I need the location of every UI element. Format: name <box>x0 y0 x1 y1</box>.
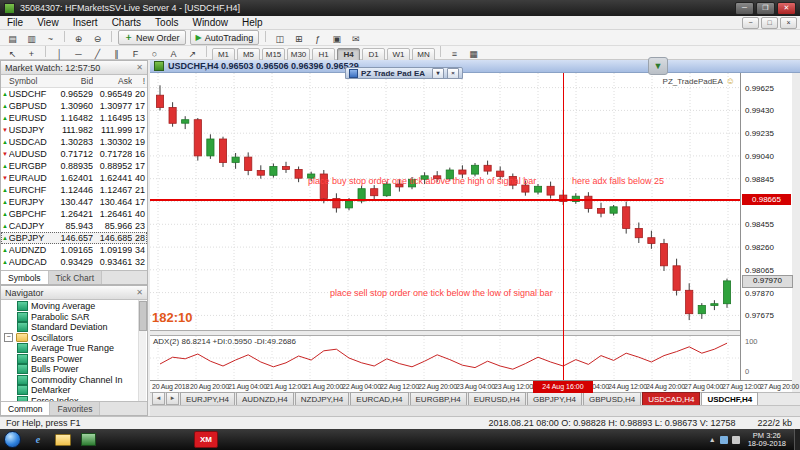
time-axis[interactable]: 20 Aug 201820 Aug 20:0021 Aug 04:0021 Au… <box>150 380 792 392</box>
market-watch-row[interactable]: ▲GBPJPY146.657146.68528 <box>1 232 147 244</box>
time-axis-label: 20 Aug 2018 <box>152 383 189 390</box>
panel-close-icon[interactable]: ✕ <box>136 63 143 72</box>
buy-annotation: place buy stop order one tick above the … <box>308 176 536 186</box>
navigator-item-bulls-power[interactable]: Bulls Power <box>1 364 147 375</box>
market-watch-row[interactable]: ▲CADJPY85.94385.96623 <box>1 220 147 232</box>
navigator-item-parabolic-sar[interactable]: Parabolic SAR <box>1 312 147 323</box>
market-watch-row[interactable]: ▲AUDNZD1.091651.0919934 <box>1 244 147 256</box>
scroll-to-end-button[interactable]: ▼ <box>648 57 668 75</box>
spread-cell: 16 <box>132 149 147 159</box>
price-axis[interactable]: 0.996250.994300.992350.990400.988450.986… <box>740 73 792 380</box>
market-watch-row[interactable]: ▲EURUSD1.164821.1649513 <box>1 112 147 124</box>
market-watch-row[interactable]: ▲EURCHF1.124461.1246721 <box>1 184 147 196</box>
chart-tab-eurgbp-h4[interactable]: EURGBP,H4 <box>410 392 467 405</box>
ea-status-label[interactable]: PZ_TradePadEA☺ <box>590 76 735 86</box>
chart-window-titlebar[interactable]: USDCHF,H4 0.96503 0.96506 0.96396 0.9652… <box>150 60 800 73</box>
ask-cell: 85.966 <box>93 221 132 231</box>
menu-insert[interactable]: Insert <box>66 17 105 28</box>
xm-app-icon[interactable]: XM <box>194 431 218 448</box>
market-watch-row[interactable]: ▼USDJPY111.982111.99917 <box>1 124 147 136</box>
chart-tab-gbpusd-h4[interactable]: GBPUSD,H4 <box>583 392 641 405</box>
minimize-button[interactable]: ─ <box>735 2 754 15</box>
tree-collapse-icon[interactable]: − <box>4 333 13 342</box>
bid-cell: 85.943 <box>50 221 93 231</box>
tab-tick-chart[interactable]: Tick Chart <box>49 271 102 284</box>
time-axis-label: 27 Aug 04:00 <box>684 383 723 390</box>
market-watch-row[interactable]: ▲EURJPY130.447130.46417 <box>1 196 147 208</box>
chart-tab-eurcad-h4[interactable]: EURCAD,H4 <box>350 392 408 405</box>
symbol-cell: AUDUSD <box>9 149 50 159</box>
child-restore-button[interactable]: □ <box>761 17 778 29</box>
tab-symbols[interactable]: Symbols <box>1 271 49 284</box>
column-header-symbol: Symbol <box>9 76 50 86</box>
crosshair-vline[interactable] <box>563 73 564 380</box>
navigator-scrollbar[interactable] <box>138 300 146 404</box>
chart-tab-usdchf-h4[interactable]: USDCHF,H4 <box>701 392 758 405</box>
navigator-item-demarker[interactable]: DeMarker <box>1 385 147 396</box>
tab-favorites[interactable]: Favorites <box>50 402 100 415</box>
market-watch-row[interactable]: ▲GBPCHF1.264211.2646140 <box>1 208 147 220</box>
spread-cell: 34 <box>132 245 147 255</box>
navigator-item-oscillators[interactable]: −Oscillators <box>1 333 147 344</box>
chart-tab-usdcad-h4[interactable]: USDCAD,H4 <box>642 392 700 405</box>
show-desktop-button[interactable] <box>794 429 800 450</box>
explorer-icon[interactable] <box>55 434 71 446</box>
navigator-item-label: Commodity Channel In <box>31 375 123 385</box>
symbol-cell: EURJPY <box>9 197 50 207</box>
stop-level-hline[interactable] <box>150 199 740 201</box>
menu-help[interactable]: Help <box>235 17 270 28</box>
tabs-scroll-left-icon[interactable]: ◂ <box>152 392 165 405</box>
chart-tab-audnzd-h4[interactable]: AUDNZD,H4 <box>236 392 294 405</box>
market-watch-row[interactable]: ▼EURAUD1.624011.6244140 <box>1 172 147 184</box>
trade-pad-window[interactable]: PZ Trade Pad EA ▾ × <box>345 67 463 79</box>
menu-window[interactable]: Window <box>185 17 235 28</box>
market-watch-row[interactable]: ▲GBPUSD1.309601.3097717 <box>1 100 147 112</box>
bid-cell: 130.447 <box>50 197 93 207</box>
ask-cell: 1.62441 <box>93 173 132 183</box>
up-arrow-icon: ▲ <box>1 136 9 148</box>
adx-indicator-pane[interactable]: ADX(2) 86.8214 +DI:0.5950 -DI:49.2686 <box>150 336 740 380</box>
child-minimize-button[interactable]: − <box>742 17 759 29</box>
market-watch-row[interactable]: ▲AUDCAD0.934290.9346132 <box>1 256 147 268</box>
start-button[interactable] <box>4 431 21 448</box>
restore-button[interactable]: ❐ <box>756 2 775 15</box>
navigator-item-standard-deviation[interactable]: Standard Deviation <box>1 322 147 333</box>
ask-cell: 1.09199 <box>93 245 132 255</box>
navigator-item-commodity-channel-in[interactable]: Commodity Channel In <box>1 375 147 386</box>
trade-pad-icon <box>349 69 358 78</box>
collapse-icon[interactable]: ▾ <box>432 68 444 79</box>
chart-tab-nzdjpy-h4[interactable]: NZDJPY,H4 <box>295 392 350 405</box>
market-watch-row[interactable]: ▲USDCAD1.302831.3030219 <box>1 136 147 148</box>
bid-cell: 1.16482 <box>50 113 93 123</box>
network-icon[interactable] <box>720 436 728 444</box>
navigator-item-bears-power[interactable]: Bears Power <box>1 354 147 365</box>
close-icon[interactable]: × <box>447 68 459 79</box>
ask-cell: 146.685 <box>93 233 132 243</box>
chart-tab-eurusd-h4[interactable]: EURUSD,H4 <box>468 392 526 405</box>
menu-tools[interactable]: Tools <box>148 17 185 28</box>
scrollbar-thumb[interactable] <box>139 301 147 331</box>
symbol-cell: EURAUD <box>9 173 50 183</box>
panel-close-icon[interactable]: ✕ <box>136 288 143 297</box>
tab-common[interactable]: Common <box>1 402 50 415</box>
market-watch-row[interactable]: ▼AUDUSD0.717120.7172816 <box>1 148 147 160</box>
menu-view[interactable]: View <box>30 17 66 28</box>
bid-cell: 1.30960 <box>50 101 93 111</box>
menu-file[interactable]: File <box>0 17 30 28</box>
menu-charts[interactable]: Charts <box>105 17 148 28</box>
bid-cell: 111.982 <box>50 125 93 135</box>
tabs-scroll-right-icon[interactable]: ▸ <box>166 392 179 405</box>
market-watch-row[interactable]: ▲EURGBP0.889350.8895217 <box>1 160 147 172</box>
chart-tab-eurjpy-h4[interactable]: EURJPY,H4 <box>180 392 235 405</box>
volume-icon[interactable] <box>732 436 740 444</box>
tray-expand-icon[interactable]: ▲ <box>709 436 716 443</box>
internet-explorer-icon[interactable]: e <box>30 433 46 447</box>
navigator-item-moving-average[interactable]: Moving Average <box>1 301 147 312</box>
market-watch-row[interactable]: ▲USDCHF0.965290.9654920 <box>1 88 147 100</box>
navigator-item-average-true-range[interactable]: Average True Range <box>1 343 147 354</box>
child-close-button[interactable]: × <box>780 17 797 29</box>
taskbar-clock[interactable]: PM 3:26 18-09-2018 <box>748 432 786 448</box>
mt4-taskbar-icon[interactable] <box>81 433 96 446</box>
close-button[interactable]: ✕ <box>777 2 796 15</box>
chart-tab-gbpjpy-h4[interactable]: GBPJPY,H4 <box>527 392 582 405</box>
